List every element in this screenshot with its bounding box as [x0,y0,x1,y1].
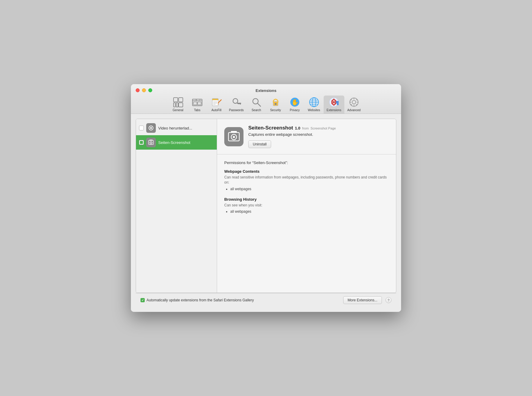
tab-tabs-label: Tabs [194,108,200,112]
list-item[interactable]: Video herunterlad... [136,121,217,135]
window-title: Extensions [255,88,276,95]
ext-checkbox-screenshot[interactable] [139,140,144,145]
ext-icon-video [146,123,156,133]
tabs-icon [192,97,203,108]
detail-ext-description: Captures entire webpage screenshot. [248,132,389,137]
bottom-bar: Automatically update extensions from the… [136,293,396,307]
svg-rect-9 [193,102,197,105]
tab-advanced-label: Advanced [347,108,361,112]
close-button[interactable] [136,88,140,92]
tab-search-label: Search [252,108,261,112]
search-icon [251,97,262,108]
svg-point-65 [233,136,235,138]
perm-list-webpage: all webpages [224,186,389,192]
advanced-icon [349,97,359,108]
privacy-icon: ✋ [289,97,300,108]
help-button[interactable]: ? [385,297,391,303]
svg-point-41 [336,102,337,103]
detail-ext-source: Screenshot Page [310,126,336,130]
general-icon [173,97,183,108]
svg-point-55 [150,127,152,129]
ext-name-video: Video herunterlad... [158,126,192,130]
auto-update-text: Automatically update extensions from the… [147,298,254,302]
ext-name-screenshot: Seiten-Screenshot [158,140,190,145]
tab-extensions-label: Extensions [327,108,341,112]
auto-update-checkbox[interactable] [141,298,145,302]
svg-rect-10 [198,102,201,105]
list-item: all webpages [230,209,389,214]
permission-section-browsing-history: Browsing History Can see when you visit:… [224,197,389,215]
extensions-icon [328,97,339,108]
detail-ext-info: Seiten-Screenshot 1.0 from Screenshot Pa… [248,125,389,148]
tab-autofill[interactable]: AutoFill [207,96,226,114]
main-window: Extensions General [131,84,401,312]
tab-extensions[interactable]: Extensions [324,96,344,114]
svg-point-60 [151,142,152,143]
svg-point-44 [352,100,356,104]
uninstall-button[interactable]: Uninstall [248,140,271,148]
auto-update-label[interactable]: Automatically update extensions from the… [141,298,340,302]
perm-section-desc-history: Can see when you visit: [224,203,389,208]
perm-list-history: all webpages [224,209,389,214]
security-icon [270,97,281,108]
svg-rect-13 [212,99,218,100]
svg-rect-47 [350,102,351,102]
perm-section-title-webpage: Webpage Contents [224,169,389,174]
tab-security[interactable]: Security [266,96,285,114]
tab-passwords[interactable]: Passwords [226,96,247,114]
detail-ext-version: 1.0 [295,126,300,130]
list-item[interactable]: Seiten-Screenshot [136,135,217,150]
main-panel: Video herunterlad... Seiten-S [136,119,396,293]
tab-security-label: Security [270,108,281,112]
detail-panel: Seiten-Screenshot 1.0 from Screenshot Pa… [217,119,396,293]
svg-rect-3 [179,98,183,102]
svg-point-19 [233,99,238,103]
detail-ext-source-prefix: from [302,126,309,130]
detail-ext-title: Seiten-Screenshot 1.0 from Screenshot Pa… [248,125,389,131]
extensions-sidebar: Video herunterlad... Seiten-S [136,119,217,293]
ext-icon-screenshot [146,138,156,147]
minimize-button[interactable] [142,88,146,92]
passwords-icon [231,97,242,108]
tab-general-label: General [173,108,183,112]
maximize-button[interactable] [148,88,152,92]
tab-privacy[interactable]: ✋ Privacy [285,96,304,114]
svg-point-39 [333,101,335,103]
perm-section-title-history: Browsing History [224,197,389,202]
permissions-panel: Permissions for “Seiten-Screenshot”: Web… [217,154,396,293]
tab-advanced[interactable]: Advanced [344,96,364,114]
svg-rect-42 [337,103,339,105]
more-extensions-button[interactable]: More Extensions... [343,296,382,304]
detail-ext-name: Seiten-Screenshot [248,125,293,131]
tab-passwords-label: Passwords [229,108,244,112]
svg-rect-48 [357,102,358,102]
svg-rect-4 [179,103,183,107]
tab-websites[interactable]: Websites [304,96,324,114]
svg-line-24 [258,103,261,106]
perm-section-desc-webpage: Can read sensitive information from webp… [224,175,389,185]
ext-checkbox-video[interactable] [139,126,144,130]
detail-ext-icon [224,127,243,146]
content-area: Video herunterlad... Seiten-S [131,114,401,312]
tab-search[interactable]: Search [247,96,266,114]
svg-rect-26 [275,103,277,105]
tab-tabs[interactable]: Tabs [188,96,207,114]
svg-rect-21 [240,103,241,105]
list-item: all webpages [230,186,389,192]
svg-rect-0 [174,98,178,102]
svg-rect-1 [174,103,175,107]
tab-websites-label: Websites [308,108,320,112]
tab-autofill-label: AutoFill [211,108,221,112]
autofill-icon [211,97,222,108]
tab-privacy-label: Privacy [290,108,300,112]
svg-rect-45 [354,98,354,99]
permission-section-webpage-contents: Webpage Contents Can read sensitive info… [224,169,389,192]
permissions-heading: Permissions for “Seiten-Screenshot”: [224,160,389,165]
detail-header: Seiten-Screenshot 1.0 from Screenshot Pa… [217,119,396,154]
svg-rect-2 [176,103,178,107]
svg-rect-22 [238,103,239,104]
websites-icon [309,97,319,108]
tab-general[interactable]: General [168,96,188,114]
title-bar: Extensions General [131,84,401,114]
traffic-lights [136,88,152,92]
